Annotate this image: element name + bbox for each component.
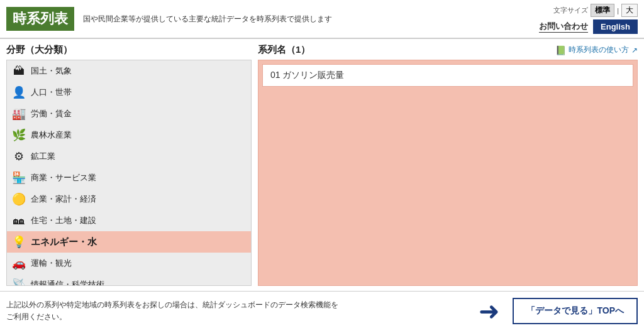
- enterprise-icon: 🟡: [12, 192, 26, 206]
- commerce-label: 商業・サービス業: [31, 172, 96, 183]
- data-view-top-button[interactable]: 「データで見る」TOPへ: [513, 298, 638, 324]
- agriculture-icon: 🌿: [12, 128, 26, 142]
- category-list[interactable]: 🏔国土・気象👤人口・世帯🏭労働・賃金🌿農林水産業⚙鉱工業🏪商業・サービス業🟡企業…: [6, 60, 252, 286]
- arrow-icon: ➜: [479, 297, 500, 325]
- external-link-icon: ↗: [631, 46, 638, 55]
- ict-icon: 📡: [12, 278, 26, 286]
- category-item-transport[interactable]: 🚗運輸・観光: [7, 253, 251, 274]
- category-item-agriculture[interactable]: 🌿農林水産業: [7, 124, 251, 146]
- font-size-separator: |: [617, 7, 619, 14]
- commerce-icon: 🏪: [12, 171, 26, 185]
- labor-icon: 🏭: [12, 107, 26, 121]
- site-logo: 時系列表: [6, 7, 74, 31]
- transport-icon: 🚗: [12, 256, 26, 270]
- category-item-enterprise[interactable]: 🟡企業・家計・経済: [7, 189, 251, 210]
- land-weather-icon: 🏔: [12, 64, 26, 78]
- usage-link-label: 時系列表の使い方: [569, 45, 629, 55]
- footer-text: 上記以外の系列や特定地域の時系列表をお探しの場合は、統計ダッシュボードのデータ検…: [6, 299, 466, 323]
- category-item-land-weather[interactable]: 🏔国土・気象: [7, 60, 251, 82]
- mining-icon: ⚙: [12, 150, 26, 163]
- footer-text-line2: ご利用ください。: [6, 312, 67, 321]
- category-item-population[interactable]: 👤人口・世帯: [7, 82, 251, 103]
- left-panel-title: 分野（大分類）: [6, 44, 252, 56]
- ict-label: 情報通信・科学技術: [31, 279, 104, 286]
- category-item-labor[interactable]: 🏭労働・賃金: [7, 103, 251, 124]
- category-item-ict[interactable]: 📡情報通信・科学技術: [7, 274, 251, 286]
- book-icon: 📗: [555, 45, 566, 55]
- main-content: 分野（大分類） 🏔国土・気象👤人口・世帯🏭労働・賃金🌿農林水産業⚙鉱工業🏪商業・…: [0, 39, 644, 291]
- english-button[interactable]: English: [593, 19, 638, 34]
- left-panel: 分野（大分類） 🏔国土・気象👤人口・世帯🏭労働・賃金🌿農林水産業⚙鉱工業🏪商業・…: [6, 44, 252, 286]
- labor-label: 労働・賃金: [31, 108, 72, 119]
- font-size-label: 文字サイズ: [553, 6, 588, 15]
- series-title: 系列名（1）: [258, 44, 310, 56]
- enterprise-label: 企業・家計・経済: [31, 194, 96, 205]
- site-description: 国や民間企業等が提供している主要な統計データを時系列表で提供します: [83, 14, 539, 25]
- housing-label: 住宅・土地・建設: [31, 215, 96, 226]
- font-size-controls: 文字サイズ 標準 | 大: [553, 4, 638, 17]
- font-size-large-button[interactable]: 大: [621, 4, 638, 17]
- population-icon: 👤: [12, 85, 26, 99]
- header: 時系列表 国や民間企業等が提供している主要な統計データを時系列表で提供します 文…: [0, 0, 644, 39]
- right-panel-header: 系列名（1） 📗 時系列表の使い方 ↗: [258, 44, 638, 56]
- transport-label: 運輸・観光: [31, 258, 72, 269]
- category-item-housing[interactable]: 🏘住宅・土地・建設: [7, 210, 251, 231]
- land-weather-label: 国土・気象: [31, 65, 72, 77]
- energy-label: エネルギー・水: [31, 236, 97, 248]
- category-item-commerce[interactable]: 🏪商業・サービス業: [7, 167, 251, 189]
- header-actions: お問い合わせ English: [539, 19, 638, 34]
- font-size-standard-button[interactable]: 標準: [591, 4, 614, 17]
- category-item-energy[interactable]: 💡エネルギー・水: [7, 231, 251, 253]
- header-right: 文字サイズ 標準 | 大 お問い合わせ English: [539, 4, 638, 34]
- contact-link[interactable]: お問い合わせ: [539, 21, 588, 33]
- right-panel: 系列名（1） 📗 時系列表の使い方 ↗ 01 ガソリン販売量: [258, 44, 638, 286]
- housing-icon: 🏘: [12, 214, 26, 227]
- category-item-mining[interactable]: ⚙鉱工業: [7, 146, 251, 167]
- series-item-gasoline[interactable]: 01 ガソリン販売量: [262, 64, 633, 87]
- energy-icon: 💡: [12, 235, 26, 249]
- usage-link[interactable]: 📗 時系列表の使い方 ↗: [555, 45, 638, 55]
- footer-area: 上記以外の系列や特定地域の時系列表をお探しの場合は、統計ダッシュボードのデータ検…: [0, 291, 644, 328]
- mining-label: 鉱工業: [31, 151, 55, 162]
- population-label: 人口・世帯: [31, 87, 72, 98]
- footer-text-line1: 上記以外の系列や特定地域の時系列表をお探しの場合は、統計ダッシュボードのデータ検…: [6, 300, 338, 309]
- agriculture-label: 農林水産業: [31, 129, 72, 141]
- series-content-area: 01 ガソリン販売量: [258, 60, 638, 286]
